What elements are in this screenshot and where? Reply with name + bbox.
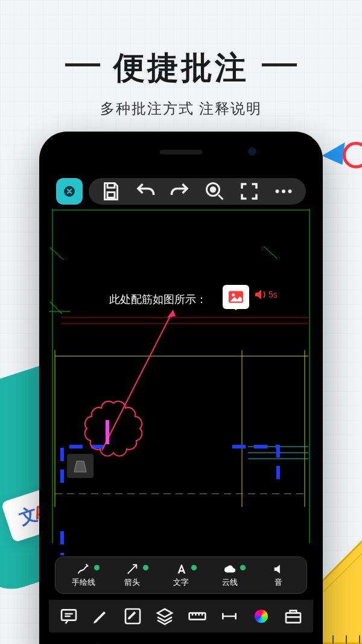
- freehand-mark[interactable]: [106, 420, 109, 444]
- svg-point-35: [288, 190, 292, 193]
- svg-rect-38: [189, 613, 205, 620]
- android-navbar: [49, 637, 313, 644]
- redo-button[interactable]: [169, 180, 191, 202]
- svg-rect-30: [107, 193, 115, 198]
- badge-dot: [240, 565, 246, 570]
- headline-row: 便捷批注: [0, 47, 362, 89]
- colorwheel-icon: [255, 610, 268, 623]
- more-button[interactable]: [273, 180, 294, 202]
- tool-label: 文字: [173, 577, 189, 588]
- layers-button[interactable]: [155, 607, 174, 626]
- badge-dot: [94, 565, 100, 570]
- svg-point-33: [276, 190, 279, 193]
- layer-thumbnail[interactable]: [67, 454, 94, 478]
- audio-duration: 5s: [268, 290, 278, 299]
- measure-button[interactable]: [220, 607, 239, 626]
- bottom-toolbar: [49, 600, 313, 633]
- annotation-tool-row: 手绘线 箭头 文字 云线 音: [55, 556, 307, 594]
- edit-square-button[interactable]: [123, 607, 142, 626]
- close-button[interactable]: [56, 178, 83, 205]
- badge-dot: [143, 565, 148, 570]
- top-toolbar: [89, 178, 306, 205]
- badge-dot: [191, 565, 197, 570]
- undo-button[interactable]: [135, 180, 156, 202]
- comment-button[interactable]: [59, 607, 78, 626]
- svg-point-32: [211, 187, 215, 192]
- page-title: 便捷批注: [113, 47, 249, 89]
- tool-label: 手绘线: [72, 577, 95, 588]
- tool-arrow[interactable]: 箭头: [108, 563, 157, 588]
- tool-cloud[interactable]: 云线: [205, 563, 254, 588]
- svg-rect-36: [62, 610, 76, 620]
- svg-point-25: [232, 293, 235, 296]
- audio-annotation[interactable]: 5s: [253, 287, 278, 302]
- app-screen: 此处配筋如图所示： 5s: [49, 169, 313, 633]
- ruler-button[interactable]: [188, 607, 207, 626]
- zoom-button[interactable]: [204, 180, 226, 202]
- color-button[interactable]: [252, 607, 271, 626]
- tool-audio[interactable]: 音: [254, 563, 303, 588]
- annotation-text[interactable]: 此处配筋如图所示：: [109, 292, 207, 307]
- ring-decoration: [343, 142, 362, 168]
- fullscreen-button[interactable]: [238, 180, 260, 202]
- phone-frame: 此处配筋如图所示： 5s: [39, 132, 323, 644]
- svg-marker-27: [167, 310, 176, 317]
- save-button[interactable]: [100, 180, 122, 202]
- tool-text[interactable]: 文字: [157, 563, 206, 588]
- page-subtitle: 多种批注方式 注释说明: [0, 99, 362, 118]
- tool-label: 云线: [222, 577, 238, 588]
- tool-label: 箭头: [124, 577, 140, 588]
- svg-rect-29: [107, 183, 115, 188]
- pencil-button[interactable]: [91, 607, 110, 626]
- toolbox-button[interactable]: [284, 607, 303, 626]
- tool-label: 音: [275, 577, 282, 588]
- tool-freehand[interactable]: 手绘线: [59, 563, 108, 588]
- svg-point-34: [282, 190, 285, 193]
- image-annotation-chip[interactable]: [223, 285, 249, 309]
